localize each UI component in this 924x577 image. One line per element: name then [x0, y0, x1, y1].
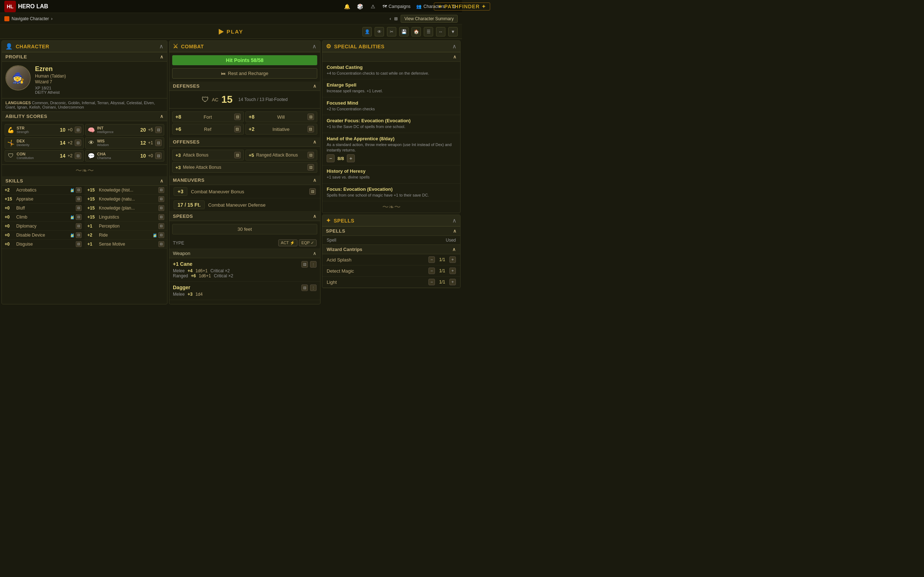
int-icon: 🧠: [88, 127, 95, 134]
ride-dice-button[interactable]: ⚄: [158, 232, 164, 238]
scissors-tool-icon[interactable]: ✂: [387, 27, 396, 36]
play-button[interactable]: PLAY: [219, 29, 244, 35]
appraise-dice-button[interactable]: ⚄: [76, 196, 82, 202]
ability-combat-casting: Combat Casting +4 to Concentration check…: [322, 62, 460, 79]
hand-apprentice-plus-button[interactable]: +: [347, 154, 355, 162]
profile-section: 🧙 Ezren Human (Taldan) Wizard 7 XP 18/21…: [2, 62, 167, 98]
bell-icon[interactable]: 🔔: [344, 3, 351, 10]
eye-tool-icon[interactable]: 👁: [375, 27, 384, 36]
con-dice-button[interactable]: ⚄: [75, 153, 81, 159]
weapon-cane-ranged-stats: Ranged +6 1d6+1 Critical ×2: [173, 273, 317, 279]
str-dice-button[interactable]: ⚄: [75, 127, 81, 133]
weapon-cane-name: +1 Cane: [173, 261, 192, 267]
rest-and-recharge-button[interactable]: 🛏 Rest and Recharge: [172, 68, 317, 79]
save-tool-icon[interactable]: 💾: [399, 27, 409, 36]
ac-sub-text: 14 Touch / 13 Flat-Footed: [238, 97, 288, 102]
will-dice-button[interactable]: ⚄: [307, 114, 314, 120]
light-minus-button[interactable]: −: [428, 279, 435, 285]
ornament-2: 〜❧〜: [322, 201, 460, 213]
skills-collapse-icon[interactable]: ∧: [160, 178, 164, 184]
list-tool-icon[interactable]: ☰: [424, 27, 433, 36]
special-abilities-header: ⚙ Special Abilities ∧: [322, 41, 460, 52]
character-panel: 👤 Character ∧ Profile ∧ 🧙 Ezren Human (T…: [2, 40, 168, 305]
acrobatics-dice-button[interactable]: ⚄: [76, 187, 82, 193]
view-character-summary-button[interactable]: View Character Summary: [401, 15, 458, 23]
cane-menu-button[interactable]: ⋮: [310, 261, 317, 268]
expand-tool-icon[interactable]: ↔: [436, 27, 446, 36]
diplomacy-dice-button[interactable]: ⚄: [76, 223, 82, 229]
special-abilities-collapse[interactable]: ∧: [452, 43, 457, 50]
detect-magic-minus-button[interactable]: −: [428, 268, 435, 274]
chevron-left-icon[interactable]: ‹: [390, 16, 391, 21]
sense-motive-dice-button[interactable]: ⚄: [158, 241, 164, 247]
campaigns-button[interactable]: 🗺 Campaigns: [383, 4, 411, 9]
skills-section-header: Skills ∧: [2, 176, 167, 186]
grid-icon[interactable]: ⊞: [394, 16, 398, 21]
alert-icon[interactable]: ⚠: [370, 3, 377, 10]
weapon-type-label: TYPE: [173, 240, 184, 246]
dropdown-tool-icon[interactable]: ▼: [448, 27, 458, 36]
weapon-section-collapse[interactable]: ∧: [313, 251, 317, 256]
acid-splash-plus-button[interactable]: +: [449, 256, 456, 263]
cha-dice-button[interactable]: ⚄: [155, 153, 162, 159]
detect-magic-plus-button[interactable]: +: [449, 268, 456, 274]
initiative-dice-button[interactable]: ⚄: [307, 126, 314, 132]
skill-bluff: +0 Bluff ⚄: [2, 204, 84, 213]
home-tool-icon[interactable]: 🏠: [412, 27, 421, 36]
character-panel-header: 👤 Character ∧: [2, 41, 167, 52]
offenses-section-header: Offenses ∧: [169, 137, 320, 147]
fort-dice-button[interactable]: ⚄: [234, 114, 241, 120]
character-panel-collapse[interactable]: ∧: [159, 43, 163, 50]
offenses-collapse-icon[interactable]: ∧: [313, 139, 317, 145]
climb-trained-icon: 🎽: [70, 215, 74, 219]
ability-enlarge-spell: Enlarge Spell Increase spell ranges. +1 …: [322, 79, 460, 97]
disable-device-dice-button[interactable]: ⚄: [76, 232, 82, 238]
ability-scores-collapse-icon[interactable]: ∧: [160, 114, 164, 119]
ranged-attack-dice-button[interactable]: ⚄: [307, 152, 314, 158]
profile-info: Ezren Human (Taldan) Wizard 7 XP 18/21 D…: [35, 65, 66, 95]
character-xp: XP 18/21: [35, 86, 66, 90]
hand-apprentice-counter: − 8/8 +: [327, 154, 456, 162]
climb-dice-button[interactable]: ⚄: [76, 214, 82, 220]
knowledge-natu-dice-button[interactable]: ⚄: [158, 196, 164, 202]
cmb-row: +3 Combat Maneuver Bonus ⚄: [169, 185, 320, 198]
speeds-section-header: Speeds ∧: [169, 212, 320, 221]
disguise-dice-button[interactable]: ⚄: [76, 241, 82, 247]
defenses-collapse-icon[interactable]: ∧: [313, 83, 317, 89]
cmd-row: 17 / 15 Ft. Combat Maneuver Defense: [169, 198, 320, 212]
wis-dice-button[interactable]: ⚄: [155, 140, 162, 146]
int-dice-button[interactable]: ⚄: [155, 127, 162, 133]
ref-dice-button[interactable]: ⚄: [234, 126, 241, 132]
melee-attack-dice-button[interactable]: ⚄: [307, 164, 314, 171]
skill-knowledge-plan: +15 Knowledge (plan... ⚄: [84, 204, 167, 213]
bluff-dice-button[interactable]: ⚄: [76, 205, 82, 211]
maneuvers-collapse-icon[interactable]: ∧: [313, 177, 317, 183]
spells-panel-header: ✦ Spells ∧: [322, 215, 460, 226]
dice-icon[interactable]: 🎲: [357, 3, 364, 10]
profile-collapse-icon[interactable]: ∧: [160, 54, 164, 60]
acrobatics-trained-icon: 🎽: [70, 188, 74, 192]
attack-bonus-dice-button[interactable]: ⚄: [234, 152, 241, 158]
linguistics-dice-button[interactable]: ⚄: [158, 214, 164, 220]
hand-apprentice-minus-button[interactable]: −: [327, 154, 334, 162]
light-plus-button[interactable]: +: [449, 279, 456, 285]
skill-knowledge-hist: +15 Knowledge (hist... ⚄: [84, 186, 167, 195]
skill-disguise: +0 Disguise ⚄: [2, 240, 84, 249]
knowledge-plan-dice-button[interactable]: ⚄: [158, 205, 164, 211]
cmb-dice-button[interactable]: ⚄: [309, 188, 316, 195]
ability-dex: 🤸 DEX Dexterity 14 +2 ⚄: [5, 137, 84, 148]
acid-splash-minus-button[interactable]: −: [428, 256, 435, 263]
spells-sub-collapse[interactable]: ∧: [453, 228, 457, 234]
combat-panel-collapse[interactable]: ∧: [312, 43, 317, 50]
perception-dice-button[interactable]: ⚄: [158, 223, 164, 229]
dagger-menu-button[interactable]: ⋮: [310, 285, 317, 291]
special-abilities-sub-collapse[interactable]: ∧: [453, 54, 457, 60]
dex-dice-button[interactable]: ⚄: [75, 140, 81, 146]
dagger-dice-button[interactable]: ⚄: [301, 285, 308, 291]
cantrips-collapse-icon[interactable]: ∧: [452, 247, 456, 252]
knowledge-hist-dice-button[interactable]: ⚄: [158, 187, 164, 193]
speeds-collapse-icon[interactable]: ∧: [313, 213, 317, 219]
user-tool-icon[interactable]: 👤: [362, 27, 372, 36]
spells-panel-collapse[interactable]: ∧: [452, 217, 457, 224]
cane-dice-button[interactable]: ⚄: [301, 261, 308, 268]
